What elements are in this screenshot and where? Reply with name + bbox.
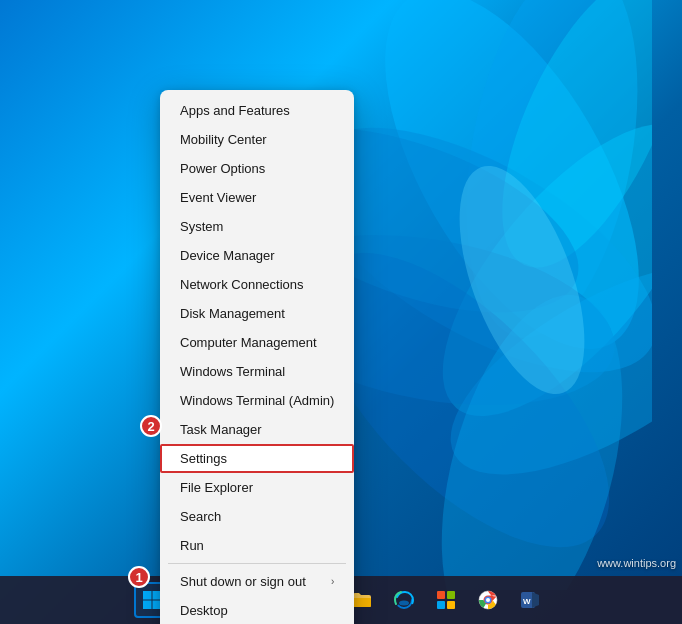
menu-item-system[interactable]: System bbox=[160, 212, 354, 241]
edge-button[interactable] bbox=[386, 582, 422, 618]
svg-point-27 bbox=[399, 601, 409, 606]
menu-item-label: Run bbox=[180, 538, 204, 553]
store-button[interactable] bbox=[428, 582, 464, 618]
svg-rect-13 bbox=[143, 601, 152, 610]
menu-item-label: System bbox=[180, 219, 223, 234]
svg-rect-29 bbox=[447, 591, 455, 599]
svg-rect-30 bbox=[437, 601, 445, 609]
menu-item-search[interactable]: Search bbox=[160, 502, 354, 531]
menu-item-settings[interactable]: Settings bbox=[160, 444, 354, 473]
desktop: Apps and FeaturesMobility CenterPower Op… bbox=[0, 0, 682, 624]
submenu-chevron-icon: › bbox=[331, 576, 334, 587]
menu-item-label: Apps and Features bbox=[180, 103, 290, 118]
menu-item-desktop[interactable]: Desktop bbox=[160, 596, 354, 624]
menu-item-label: Device Manager bbox=[180, 248, 275, 263]
menu-item-computer-management[interactable]: Computer Management bbox=[160, 328, 354, 357]
chrome-icon bbox=[477, 589, 499, 611]
menu-item-task-manager[interactable]: Task Manager bbox=[160, 415, 354, 444]
menu-item-label: Event Viewer bbox=[180, 190, 256, 205]
context-menu: Apps and FeaturesMobility CenterPower Op… bbox=[160, 90, 354, 624]
menu-item-label: Shut down or sign out bbox=[180, 574, 306, 589]
menu-item-file-explorer[interactable]: File Explorer bbox=[160, 473, 354, 502]
badge-2: 2 bbox=[140, 415, 162, 437]
menu-item-mobility-center[interactable]: Mobility Center bbox=[160, 125, 354, 154]
menu-item-disk-management[interactable]: Disk Management bbox=[160, 299, 354, 328]
edge-icon bbox=[393, 589, 415, 611]
svg-rect-28 bbox=[437, 591, 445, 599]
menu-item-apps-and-features[interactable]: Apps and Features bbox=[160, 96, 354, 125]
menu-item-label: Windows Terminal (Admin) bbox=[180, 393, 334, 408]
menu-item-windows-terminal-admin[interactable]: Windows Terminal (Admin) bbox=[160, 386, 354, 415]
menu-item-label: Computer Management bbox=[180, 335, 317, 350]
chrome-button[interactable] bbox=[470, 582, 506, 618]
menu-item-event-viewer[interactable]: Event Viewer bbox=[160, 183, 354, 212]
menu-divider bbox=[168, 563, 346, 564]
badge-1: 1 bbox=[128, 566, 150, 588]
svg-text:W: W bbox=[523, 597, 531, 606]
menu-item-label: Desktop bbox=[180, 603, 228, 618]
menu-item-power-options[interactable]: Power Options bbox=[160, 154, 354, 183]
svg-rect-26 bbox=[353, 598, 371, 607]
menu-item-label: Windows Terminal bbox=[180, 364, 285, 379]
word-button[interactable]: W bbox=[512, 582, 548, 618]
menu-item-label: Settings bbox=[180, 451, 227, 466]
menu-item-label: Power Options bbox=[180, 161, 265, 176]
menu-item-label: Mobility Center bbox=[180, 132, 267, 147]
menu-item-run[interactable]: Run bbox=[160, 531, 354, 560]
menu-item-label: Search bbox=[180, 509, 221, 524]
menu-item-label: Network Connections bbox=[180, 277, 304, 292]
menu-item-shut-down-or-sign-out[interactable]: Shut down or sign out› bbox=[160, 567, 354, 596]
svg-rect-31 bbox=[447, 601, 455, 609]
menu-item-label: File Explorer bbox=[180, 480, 253, 495]
menu-item-network-connections[interactable]: Network Connections bbox=[160, 270, 354, 299]
menu-item-device-manager[interactable]: Device Manager bbox=[160, 241, 354, 270]
svg-point-34 bbox=[486, 598, 490, 602]
folder-icon bbox=[351, 589, 373, 611]
store-icon bbox=[435, 589, 457, 611]
watermark: www.wintips.org bbox=[597, 557, 676, 569]
svg-rect-11 bbox=[143, 591, 152, 600]
word-icon: W bbox=[519, 589, 541, 611]
menu-item-label: Disk Management bbox=[180, 306, 285, 321]
menu-item-label: Task Manager bbox=[180, 422, 262, 437]
menu-item-windows-terminal[interactable]: Windows Terminal bbox=[160, 357, 354, 386]
